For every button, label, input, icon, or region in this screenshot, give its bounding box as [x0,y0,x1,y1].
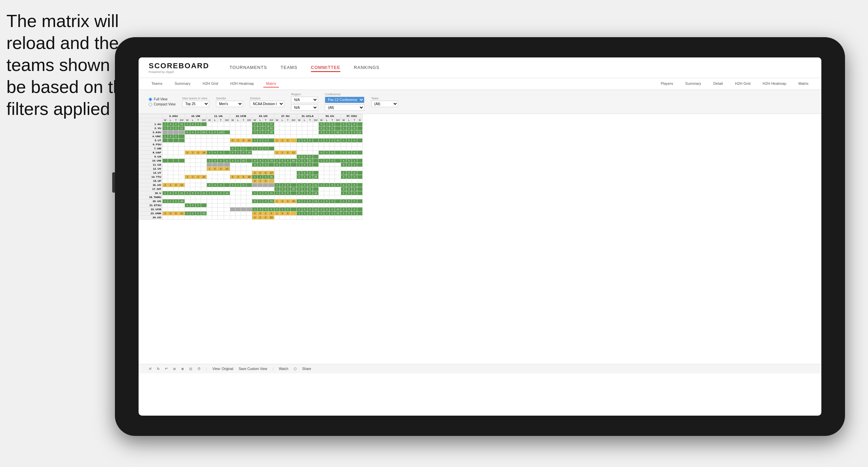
cell-4-1-2 [195,139,201,143]
cell-9-8-0: 4 [341,159,346,163]
team-select[interactable]: (All) [371,101,398,107]
cell-4-5-3 [291,139,297,143]
cell-2-7-0: 0 [319,130,324,134]
sub-nav-summary-r[interactable]: Summary [682,80,704,88]
cell-22-5-3 [291,212,297,216]
cell-3-8-1 [346,134,352,139]
cell-16-8-3 [357,187,363,191]
sub-nav-teams[interactable]: Teams [149,80,165,88]
cell-23-0-0 [163,216,168,220]
cell-4-4-2: 0 [263,139,268,143]
cell-7-6-3 [313,151,319,155]
sub-nav-matrix-r[interactable]: Matrix [796,80,811,88]
fit-btn[interactable]: ⊡ [189,367,192,371]
cell-4-8-0: 1 [341,139,346,143]
sub-nav-summary-l[interactable]: Summary [172,80,193,88]
cell-8-2-0 [207,155,212,159]
cell-19-2-0 [207,199,212,203]
cell-8-6-1: 0 [302,155,307,159]
nav-committee[interactable]: COMMITTEE [311,64,340,72]
cell-3-8-0 [341,134,346,139]
cell-11-4-2 [263,167,268,171]
cell-5-1-2 [195,143,201,147]
cell-1-0-0: 1 [163,126,168,130]
cell-23-0-3 [179,216,185,220]
cell-17-5-2: 0 [285,191,291,195]
matrix-area[interactable]: 3. ASU 10. UW 11. UA 22. UCB 24. UO 27. … [139,114,821,364]
compact-view-option[interactable]: Compact View [149,102,175,106]
cell-18-5-2 [285,195,291,199]
save-custom-btn[interactable]: Save Custom View [239,367,267,371]
col-sub-ua-t: T [218,118,224,122]
cell-1-2-2 [218,126,224,130]
watch-btn[interactable]: Watch [279,367,288,371]
cell-15-2-0: 2 [207,183,212,187]
reset-btn[interactable]: ↶ [165,367,168,371]
view-original-btn[interactable]: View: Original [213,367,234,371]
cell-17-3-3 [246,191,252,195]
cell-2-1-1: 4 [190,130,195,134]
cell-10-4-1: 4 [258,163,263,167]
sub-nav-h2hgrid-l[interactable]: H2H Grid [200,80,221,88]
col-sub-uw-t: T [195,118,201,122]
cell-5-1-1 [190,143,195,147]
cell-1-1-3 [201,126,207,130]
sub-nav-detail[interactable]: Detail [710,80,725,88]
sub-nav-h2hheatmap-l[interactable]: H2H Heatmap [227,80,257,88]
cell-2-7-3: 60 [335,130,341,134]
gender-select[interactable]: Men's [216,101,243,107]
cell-14-2-2 [218,179,224,183]
sub-nav-h2hgrid-r[interactable]: H2H Grid [732,80,753,88]
cell-5-7-0 [319,143,324,147]
cell-7-8-3 [357,151,363,155]
share-btn[interactable]: ⬡ [294,367,297,371]
col-sub-osu-t: T [352,118,357,122]
cell-13-7-3 [335,175,341,179]
cell-12-6-1: 0 [302,171,307,175]
cell-9-6-2: 51 [307,159,313,163]
cell-17-1-1: 0 [190,191,195,195]
cell-4-4-0: 1 [252,139,258,143]
cell-12-5-1 [280,171,285,175]
cell-14-1-1 [190,179,195,183]
cell-6-8-3 [357,147,363,151]
cell-18-0-2 [173,195,179,199]
max-teams-select[interactable]: Top 25 [182,101,209,107]
cell-14-2-1 [212,179,218,183]
conference-select-2[interactable]: (All) [325,104,364,111]
cell-10-7-3 [335,163,341,167]
cell-19-1-1 [190,199,195,203]
region-select-2[interactable]: N/A [291,104,318,111]
cell-5-0-2 [173,143,179,147]
cell-18-5-3 [291,195,297,199]
division-select[interactable]: NCAA Division I [250,101,284,107]
full-view-option[interactable]: Full View [149,97,175,101]
share-label[interactable]: Share [302,367,311,371]
cell-8-8-0 [341,155,346,159]
conference-label: Conference [325,93,364,96]
row-hdr-0: 1. AU [139,122,163,126]
nav-rankings[interactable]: RANKINGS [354,64,380,72]
sub-nav-matrix-l[interactable]: Matrix [263,80,279,88]
zoom-out-btn[interactable]: ⊖ [173,367,176,371]
cell-9-5-1: 5 [280,159,285,163]
toolbar-sep-2: | [272,367,273,371]
cell-23-8-1 [346,216,352,220]
nav-tournaments[interactable]: TOURNAMENTS [230,64,267,72]
cell-1-0-3: 12 [179,126,185,130]
undo-btn[interactable]: ↺ [149,367,151,371]
conference-select[interactable]: Pac-12 Conference [325,97,364,103]
cell-23-4-1: 2 [258,216,263,220]
cell-10-4-3 [268,163,274,167]
cell-4-4-3 [268,139,274,143]
region-select[interactable]: N/A [291,97,318,103]
cell-11-5-2 [285,167,291,171]
nav-teams[interactable]: TEAMS [281,64,297,72]
sub-nav-players[interactable]: Players [658,80,676,88]
redo-btn[interactable]: ↻ [157,367,160,371]
sub-nav-h2hheatmap-r[interactable]: H2H Heatmap [760,80,789,88]
clock-btn[interactable]: ⏱ [197,367,201,371]
cell-19-7-2: 0 [330,199,335,203]
cell-4-6-2: 0 [307,139,313,143]
zoom-in-btn[interactable]: ⊕ [181,367,184,371]
